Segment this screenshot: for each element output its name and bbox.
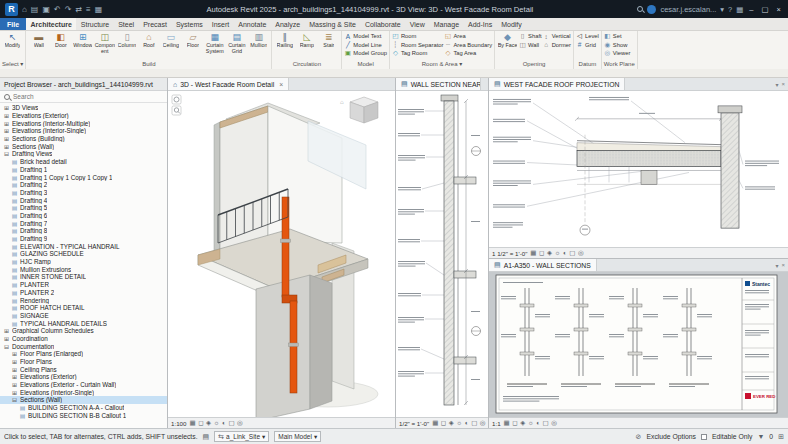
ribbon-tab-view[interactable]: View	[405, 18, 429, 30]
tree-item-documentation[interactable]: ⊟Documentation	[0, 342, 167, 350]
scale-icon[interactable]: ▦	[189, 419, 195, 427]
reveal-hidden-icon[interactable]: ◎	[578, 249, 584, 257]
wall-button[interactable]: ◫Wall	[519, 41, 542, 50]
tree-item-sections-building[interactable]: ⊞Sections (Building)	[0, 135, 167, 143]
tree-item-floor-plans[interactable]: ⊞Floor Plans	[0, 358, 167, 366]
user-avatar[interactable]	[647, 5, 656, 14]
curtain-system-button[interactable]: ▦Curtain System	[204, 32, 225, 54]
press-drag-icon[interactable]: ⊞	[778, 433, 784, 441]
railing-button[interactable]: ∥Railing	[274, 32, 295, 49]
scale-indicator[interactable]: 1 1/2" = 1'-0"	[492, 250, 527, 257]
crop-view-icon[interactable]: ▢	[471, 419, 477, 427]
collapse-icon[interactable]: ⊟	[3, 150, 10, 157]
expand-icon[interactable]: ⊞	[3, 112, 10, 119]
dormer-button[interactable]: ⌂Dormer	[543, 41, 571, 50]
tag-area-button[interactable]: ◇Tag Area	[444, 49, 492, 58]
close-button[interactable]: ×	[775, 5, 783, 14]
tree-item-building-section-b-b-callout-1[interactable]: ▤BUILDING SECTION B-B Callout 1	[0, 412, 167, 420]
expand-icon[interactable]: ⊞	[11, 366, 18, 373]
by-face-button[interactable]: ◆By Face	[497, 32, 518, 49]
room-separator-button[interactable]: ┆Room Separator	[392, 41, 444, 50]
tree-item-elevations-interior-single[interactable]: ⊞Elevations (Interior-Single)	[0, 388, 167, 396]
sheet-canvas[interactable]: Stantec EVER RED	[489, 272, 788, 417]
ribbon-tab-analyze[interactable]: Analyze	[271, 18, 305, 30]
close-view-icon[interactable]: ×	[781, 81, 785, 87]
model-text-button[interactable]: AModel Text	[344, 32, 387, 41]
sun-settings-icon[interactable]: ☼	[554, 249, 560, 257]
tree-item-coordination[interactable]: ⊞Coordination	[0, 335, 167, 343]
scale-indicator[interactable]: 1/2" = 1'-0"	[399, 420, 429, 427]
sun-settings-icon[interactable]: ☼	[456, 419, 462, 427]
shadows-icon[interactable]: ◐	[222, 419, 226, 427]
minimize-button[interactable]: –	[747, 5, 755, 14]
tree-item-ceiling-plans[interactable]: ⊞Ceiling Plans	[0, 365, 167, 373]
expand-icon[interactable]: ⊞	[11, 389, 18, 396]
tree-item-graphical-column-schedules[interactable]: ⊞Graphical Column Schedules	[0, 327, 167, 335]
open-icon[interactable]: ▤	[31, 5, 39, 14]
column-button[interactable]: ▯Column	[116, 32, 137, 49]
floor-button[interactable]: ▱Floor	[182, 32, 203, 49]
reveal-hidden-icon[interactable]: ◎	[237, 419, 243, 427]
expand-icon[interactable]: ⊞	[11, 373, 18, 380]
door-button[interactable]: ◧Door	[50, 32, 71, 49]
tree-item-building-section-a-a-callout[interactable]: ▤BUILDING SECTION A-A - Callout	[0, 404, 167, 412]
tree-item-inner-stone-detail[interactable]: ▤INNER STONE DETAIL	[0, 273, 167, 281]
shadows-icon[interactable]: ◐	[465, 419, 469, 427]
grid-button[interactable]: #Grid	[576, 41, 599, 50]
tree-item-planter-2[interactable]: ▤PLANTER 2	[0, 289, 167, 297]
tree-item-brick-head-detail[interactable]: ▤Brick head detail	[0, 158, 167, 166]
tree-item-elevations-exterior-curtain-wall[interactable]: ⊞Elevations (Exterior - Curtain Wall)	[0, 381, 167, 389]
expand-icon[interactable]: ⊞	[3, 327, 10, 334]
ribbon-tab-systems[interactable]: Systems	[171, 18, 207, 30]
help-icon[interactable]: ?	[728, 5, 732, 14]
tree-item-drafting-2[interactable]: ▤Drafting 2	[0, 181, 167, 189]
active-workset-dropdown[interactable]: ⇆ a_Link_Site ▾	[214, 431, 269, 442]
tree-item-drafting-9[interactable]: ▤Drafting 9	[0, 235, 167, 243]
scale-icon[interactable]: ▦	[504, 419, 510, 427]
ribbon-tab-precast[interactable]: Precast	[139, 18, 172, 30]
ceiling-button[interactable]: ▭Ceiling	[160, 32, 181, 49]
tree-item-elevations-exterior[interactable]: ⊞Elevations (Exterior)	[0, 373, 167, 381]
design-options-dropdown[interactable]: Main Model ▾	[274, 431, 321, 442]
expand-icon[interactable]: ⊞	[3, 120, 10, 127]
file-tab[interactable]: File	[0, 18, 26, 30]
mullion-button[interactable]: ▥Mullion	[248, 32, 269, 49]
ribbon-tab-massing-site[interactable]: Massing & Site	[305, 18, 361, 30]
tree-item-sections-wall[interactable]: ⊞Sections (Wall)	[0, 142, 167, 150]
view-cube[interactable]: ⌂	[340, 97, 378, 123]
browser-search-input[interactable]	[13, 93, 163, 100]
ribbon-tab-architecture[interactable]: Architecture	[26, 18, 76, 30]
roof-button[interactable]: ⌂Roof	[138, 32, 159, 49]
exclude-options-icon[interactable]: ⊘	[636, 433, 642, 441]
redo-icon[interactable]: ↷	[65, 5, 72, 14]
tree-item-3d-views[interactable]: ⊞3D Views	[0, 104, 167, 112]
scale-indicator[interactable]: 1:1	[492, 420, 501, 427]
curtain-grid-button[interactable]: ▤Curtain Grid	[226, 32, 247, 54]
scale-icon[interactable]: ▦	[432, 419, 438, 427]
revit-logo-icon[interactable]: R	[5, 3, 18, 16]
expand-icon[interactable]: ⊞	[11, 358, 18, 365]
worksets-icon[interactable]: ▤	[203, 433, 210, 441]
project-browser-header[interactable]: Project Browser - arch_buildings1_144104…	[0, 78, 167, 91]
view-tab-wall-section[interactable]: ▤ WALL SECTION NEAR GRIDLINE 0...	[396, 78, 481, 90]
view-menu-icon[interactable]: ▾	[775, 81, 778, 88]
detail-level-icon[interactable]: ◻	[441, 419, 446, 427]
detail-level-icon[interactable]: ◻	[512, 419, 517, 427]
save-icon[interactable]: ▣	[42, 5, 50, 14]
wall-section-canvas[interactable]	[396, 91, 488, 417]
ribbon-tab-modify[interactable]: Modify	[497, 18, 527, 30]
area-button[interactable]: ◱Area	[444, 32, 492, 41]
roof-projection-canvas[interactable]	[489, 91, 788, 247]
tree-item-floor-plans-enlarged[interactable]: ⊞Floor Plans (Enlarged)	[0, 350, 167, 358]
vertical-button[interactable]: ↕Vertical	[543, 32, 571, 41]
tree-item-drafting-1-copy-1-copy-1-copy-1[interactable]: ▤Drafting 1 Copy 1 Copy 1 Copy 1	[0, 173, 167, 181]
show-button[interactable]: ◉Show	[604, 41, 631, 50]
area-boundary-button[interactable]: ┄Area Boundary	[444, 41, 492, 50]
ribbon-tab-collaborate[interactable]: Collaborate	[360, 18, 405, 30]
visual-style-icon[interactable]: ◈	[547, 249, 552, 257]
room-button[interactable]: ◰Room	[392, 32, 444, 41]
tree-item-drafting-3[interactable]: ▤Drafting 3	[0, 189, 167, 197]
view-tab-roof-projection[interactable]: ▤ WEST FACADE ROOF PROJECTION	[489, 78, 625, 90]
stair-button[interactable]: ≣Stair	[318, 32, 339, 49]
reveal-hidden-icon[interactable]: ◎	[480, 419, 486, 427]
